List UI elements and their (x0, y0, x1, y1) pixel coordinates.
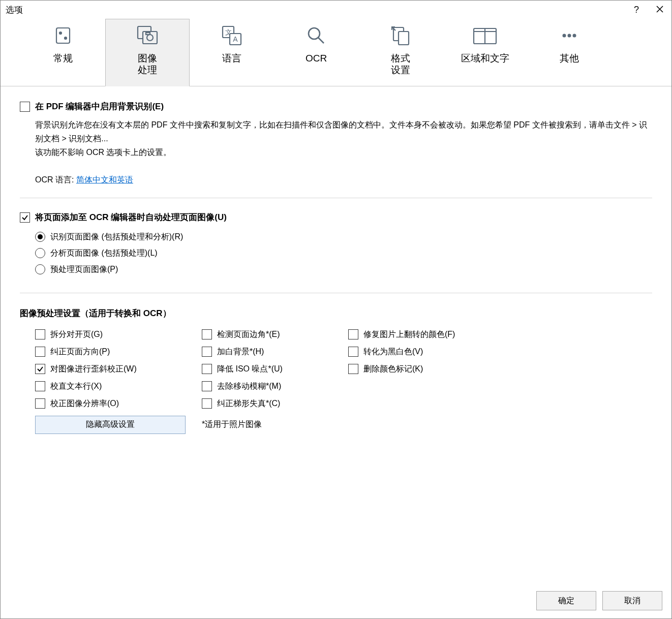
checkbox-label: 降低 ISO 噪点*(U) (217, 364, 283, 374)
background-recognition-description: 背景识别允许您在没有文本层的 PDF 文件中搜索和复制文字，比如在扫描件和仅含图… (35, 118, 652, 160)
checkbox-label: 修复图片上翻转的颜色(F) (363, 329, 455, 339)
desc-line-2: 该功能不影响 OCR 选项卡上的设置。 (35, 145, 652, 159)
svg-rect-0 (56, 28, 70, 43)
checkbox-label: 校正图像分辨率(O) (50, 398, 119, 408)
svg-point-11 (309, 28, 320, 39)
close-button[interactable] (648, 1, 671, 19)
options-dialog: 选项 ? 常规 图像 处理 文A 语言 (0, 0, 672, 619)
checkbox-label: 校直文本行(X) (50, 381, 102, 391)
ok-button[interactable]: 确定 (536, 591, 596, 610)
ocr-language-label: OCR 语言: (35, 175, 76, 184)
tab-label: 常规 (53, 53, 73, 65)
svg-point-2 (65, 37, 67, 39)
tab-label: 图像 处理 (138, 53, 157, 76)
tab-general[interactable]: 常规 (21, 19, 105, 86)
checkbox-auto-process[interactable] (20, 212, 30, 223)
checkbox-label: 拆分对开页(G) (50, 329, 103, 339)
checkbox-straighten-text[interactable] (35, 381, 45, 391)
image-processing-icon (136, 24, 159, 51)
photo-note: *适用于照片图像 (202, 419, 344, 430)
checkbox-label: 纠正梯形失真*(C) (217, 398, 280, 408)
checkbox-split-pages[interactable] (35, 329, 45, 339)
checkbox-label: 将页面添加至 OCR 编辑器时自动处理页面图像(U) (35, 212, 227, 223)
tab-label: 语言 (222, 53, 241, 65)
svg-text:A: A (233, 35, 238, 43)
section-auto-process: 将页面添加至 OCR 编辑器时自动处理页面图像(U) 识别页面图像 (包括预处理… (20, 212, 652, 293)
checkbox-label: 去除移动模糊*(M) (217, 381, 281, 391)
hide-advanced-button[interactable]: 隐藏高级设置 (35, 416, 186, 434)
checkbox-label: 删除颜色标记(K) (363, 364, 423, 374)
tab-label: 其他 (560, 53, 579, 65)
ocr-icon (306, 25, 327, 50)
checkbox-label: 对图像进行歪斜校正(W) (50, 364, 137, 374)
checkbox-correct-orientation[interactable] (35, 347, 45, 357)
more-icon (559, 25, 579, 50)
checkbox-whiten-background[interactable] (202, 347, 212, 357)
help-button[interactable]: ? (625, 1, 648, 19)
ocr-language-link[interactable]: 简体中文和英语 (76, 175, 133, 184)
tab-label: 格式 设置 (391, 53, 410, 76)
tab-image-processing[interactable]: 图像 处理 (105, 19, 190, 86)
cancel-button[interactable]: 取消 (602, 591, 662, 610)
checkbox-label: 检测页面边角*(E) (217, 329, 280, 339)
checkbox-deskew[interactable] (35, 364, 45, 374)
svg-point-19 (568, 34, 571, 38)
tab-language[interactable]: 文A 语言 (190, 19, 274, 86)
checkbox-correct-resolution[interactable] (35, 398, 45, 409)
checkbox-detect-edges[interactable] (202, 329, 212, 339)
svg-point-20 (573, 34, 576, 38)
window-title: 选项 (6, 4, 23, 16)
radio-recognize[interactable] (35, 232, 45, 242)
checkbox-label: 转化为黑白色(V) (363, 347, 423, 356)
svg-point-18 (563, 34, 566, 38)
dialog-footer: 确定 取消 (1, 585, 671, 618)
desc-line-1: 背景识别允许您在没有文本层的 PDF 文件中搜索和复制文字，比如在扫描件和仅含图… (35, 118, 652, 145)
tab-other[interactable]: 其他 (527, 19, 612, 86)
radio-analyze[interactable] (35, 248, 45, 258)
tab-format[interactable]: 格式 设置 (358, 19, 443, 86)
checkbox-label: 纠正页面方向(P) (50, 347, 110, 356)
language-icon: 文A (221, 25, 243, 50)
preprocessing-grid: 拆分对开页(G) 检测页面边角*(E) 修复图片上翻转的颜色(F) 纠正页面方向… (35, 329, 652, 434)
content-area: 在 PDF 编辑器中启用背景识别(E) 背景识别允许您在没有文本层的 PDF 文… (1, 86, 671, 585)
titlebar: 选项 ? (1, 1, 671, 19)
close-icon (656, 5, 663, 15)
tab-label: 区域和文字 (461, 53, 509, 65)
checkbox-label: 在 PDF 编辑器中启用背景识别(E) (35, 102, 164, 112)
checkbox-remove-motion-blur[interactable] (202, 381, 212, 391)
section-background-recognition: 在 PDF 编辑器中启用背景识别(E) 背景识别允许您在没有文本层的 PDF 文… (20, 102, 652, 198)
radio-label: 预处理页面图像(P) (50, 264, 118, 274)
section-preprocessing: 图像预处理设置（适用于转换和 OCR） 拆分对开页(G) 检测页面边角*(E) … (20, 307, 652, 446)
checkbox-label: 加白背景*(H) (217, 347, 264, 356)
svg-point-1 (59, 32, 62, 34)
format-icon (389, 24, 412, 51)
checkbox-remove-color-marks[interactable] (348, 364, 358, 374)
svg-rect-14 (399, 32, 409, 45)
tab-areas-text[interactable]: 区域和文字 (443, 19, 527, 86)
checkbox-fix-inverted-colors[interactable] (348, 329, 358, 339)
svg-line-12 (318, 38, 324, 43)
checkbox-correct-trapezoid[interactable] (202, 398, 212, 409)
tabstrip: 常规 图像 处理 文A 语言 OCR 格式 设置 (1, 19, 671, 86)
help-icon: ? (634, 5, 639, 15)
radio-preprocess[interactable] (35, 264, 45, 274)
tab-ocr[interactable]: OCR (274, 19, 358, 86)
checkbox-convert-bw[interactable] (348, 347, 358, 357)
ocr-language-row: OCR 语言: 简体中文和英语 (35, 175, 652, 185)
checkbox-reduce-iso-noise[interactable] (202, 364, 212, 374)
general-icon (53, 25, 73, 50)
areas-text-icon (472, 25, 498, 50)
tab-label: OCR (306, 53, 327, 65)
checkbox-enable-background-recognition[interactable] (20, 102, 30, 112)
radio-label: 分析页面图像 (包括预处理)(L) (50, 248, 158, 258)
section-heading: 图像预处理设置（适用于转换和 OCR） (20, 307, 652, 319)
radio-label: 识别页面图像 (包括预处理和分析)(R) (50, 232, 183, 241)
